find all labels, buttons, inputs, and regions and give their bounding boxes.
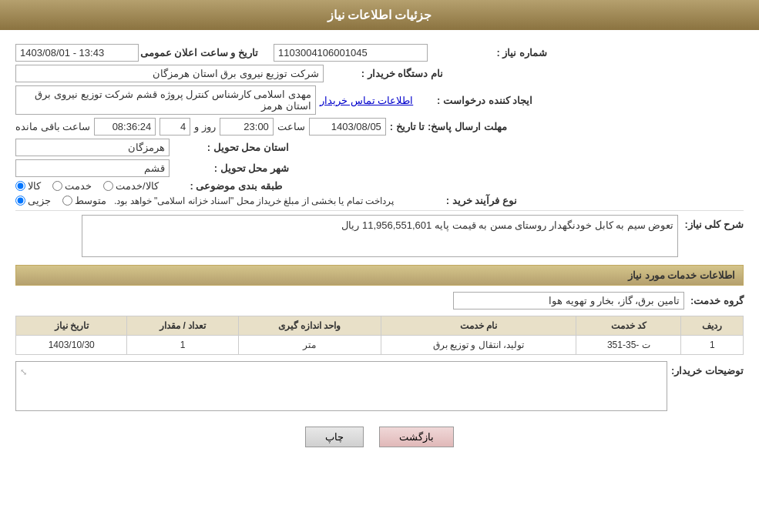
col-row: ردیف: [681, 316, 744, 336]
category-option-3[interactable]: کالا/خدمت: [103, 180, 159, 192]
category-radio-group: کالا/خدمت خدمت کالا: [15, 180, 159, 192]
purchase-label-2: متوسط: [75, 195, 106, 206]
buyer-comments-box[interactable]: ⤡: [15, 361, 667, 411]
days-label: روز و: [194, 121, 216, 132]
purchase-radio-1[interactable]: [15, 196, 25, 206]
row-creator: ایجاد کننده درخواست : اطلاعات تماس خریدا…: [15, 85, 744, 115]
announcement-group: تاریخ و ساعت اعلان عمومی : 1403/08/01 - …: [15, 44, 258, 62]
table-header-row: ردیف کد خدمت نام خدمت واحد اندازه گیری ت…: [16, 316, 744, 336]
need-number-label: شماره نیاز :: [432, 47, 547, 59]
category-option-1[interactable]: کالا: [15, 180, 41, 192]
purchase-option-1[interactable]: جزیی: [15, 195, 51, 206]
purchase-radio-2[interactable]: [62, 196, 72, 206]
cell-service-code: ت -35-351: [576, 336, 681, 355]
resize-icon: ⤡: [20, 366, 663, 377]
need-number-group: شماره نیاز : 1103004106001045: [274, 44, 547, 62]
row-purchase-type: نوع فرآیند خرید : پرداخت تمام یا بخشی از…: [15, 195, 744, 206]
category-option-2[interactable]: خدمت: [52, 180, 92, 192]
city-label: شهر محل تحویل :: [173, 162, 289, 174]
page-wrapper: جزئیات اطلاعات نیاز شماره نیاز : 1103004…: [0, 0, 759, 532]
table-body: 1 ت -35-351 تولید، انتقال و توزیع برق مت…: [16, 336, 744, 355]
row-deadline: مهلت ارسال پاسخ: تا تاریخ : 1403/08/05 س…: [15, 118, 744, 136]
service-group-label: گروه خدمت:: [690, 295, 744, 306]
category-label-2: خدمت: [65, 180, 92, 192]
buyer-comments-wrapper: توضیحات خریدار: ⤡: [15, 361, 744, 411]
purchase-option-2[interactable]: متوسط: [62, 195, 106, 206]
col-service-code: کد خدمت: [576, 316, 681, 336]
divider-1: [15, 210, 744, 211]
purchase-type-label: نوع فرآیند خرید :: [401, 195, 517, 206]
response-remaining: 08:36:24: [94, 118, 156, 136]
buyer-org-label: نام دستگاه خریدار :: [327, 68, 443, 79]
service-group-row: گروه خدمت: تامین برق، گاز، بخار و تهویه …: [15, 292, 744, 309]
cell-date: 1403/10/30: [16, 336, 127, 355]
buyer-comments-label: توضیحات خریدار:: [671, 361, 744, 376]
cell-service-name: تولید، انتقال و توزیع برق: [381, 336, 576, 355]
response-days: 4: [160, 118, 190, 136]
announcement-label: تاریخ و ساعت اعلان عمومی :: [143, 47, 258, 59]
need-description-value: تعوض سیم به کابل خودنگهدار روستای مسن به…: [82, 215, 678, 257]
category-radio-3[interactable]: [103, 181, 113, 191]
row-province: استان محل تحویل : هرمزگان: [15, 139, 744, 156]
page-title: جزئیات اطلاعات نیاز: [327, 8, 432, 22]
service-group-value: تامین برق، گاز، بخار و تهویه هوا: [453, 292, 684, 309]
category-label: طبقه بندی موضوعی :: [166, 180, 282, 192]
content-area: شماره نیاز : 1103004106001045 تاریخ و سا…: [0, 30, 759, 467]
time-label: ساعت: [277, 121, 305, 132]
service-info-title: اطلاعات خدمات مورد نیاز: [15, 265, 744, 286]
response-date: 1403/08/05: [309, 118, 386, 136]
need-number-value: 1103004106001045: [274, 44, 428, 62]
row-city: شهر محل تحویل : قشم: [15, 159, 744, 177]
row-need-number: شماره نیاز : 1103004106001045 تاریخ و سا…: [15, 44, 744, 62]
buttons-row: بازگشت چاپ: [15, 415, 744, 459]
need-description-label: شرح کلی نیاز:: [684, 215, 744, 230]
province-value: هرمزگان: [15, 139, 170, 156]
print-button[interactable]: چاپ: [305, 427, 364, 447]
purchase-note: پرداخت تمام یا بخشی از مبلغ خریداز محل "…: [114, 196, 394, 206]
buyer-org-value: شرکت توزیع نیروی برق استان هرمزگان: [15, 65, 324, 82]
need-description-content: تعوض سیم به کابل خودنگهدار روستای مسن به…: [15, 215, 678, 257]
back-button[interactable]: بازگشت: [379, 427, 454, 447]
category-label-3: کالا/خدمت: [116, 180, 159, 192]
table-header: ردیف کد خدمت نام خدمت واحد اندازه گیری ت…: [16, 316, 744, 336]
creator-label: ایجاد کننده درخواست :: [417, 95, 532, 106]
province-label: استان محل تحویل :: [173, 142, 289, 153]
cell-unit: متر: [238, 336, 381, 355]
deadline-label: مهلت ارسال پاسخ: تا تاریخ :: [390, 121, 507, 132]
col-date: تاریخ نیاز: [16, 316, 127, 336]
need-description-row: شرح کلی نیاز: تعوض سیم به کابل خودنگهدار…: [15, 215, 744, 257]
category-radio-2[interactable]: [52, 181, 62, 191]
purchase-label-1: جزیی: [28, 195, 51, 206]
remaining-label: ساعت باقی مانده: [15, 121, 90, 132]
creator-link[interactable]: اطلاعات تماس خریدار: [320, 95, 413, 106]
cell-row: 1: [681, 336, 744, 355]
cell-quantity: 1: [127, 336, 238, 355]
response-time: 23:00: [220, 118, 274, 136]
col-quantity: تعداد / مقدار: [127, 316, 238, 336]
purchase-radio-group: متوسط جزیی: [15, 195, 106, 206]
city-value: قشم: [15, 159, 170, 177]
table-row: 1 ت -35-351 تولید، انتقال و توزیع برق مت…: [16, 336, 744, 355]
row-category: طبقه بندی موضوعی : کالا/خدمت خدمت کالا: [15, 180, 744, 192]
announcement-value: 1403/08/01 - 13:43: [15, 44, 139, 62]
col-service-name: نام خدمت: [381, 316, 576, 336]
category-radio-1[interactable]: [15, 181, 25, 191]
page-header: جزئیات اطلاعات نیاز: [0, 0, 759, 30]
row-buyer-org: نام دستگاه خریدار : شرکت توزیع نیروی برق…: [15, 65, 744, 82]
category-label-1: کالا: [28, 180, 41, 192]
creator-value: مهدی اسلامی کارشناس کنترل پروژه قشم شرکت…: [15, 85, 316, 115]
services-table: ردیف کد خدمت نام خدمت واحد اندازه گیری ت…: [15, 316, 744, 355]
col-unit: واحد اندازه گیری: [238, 316, 381, 336]
